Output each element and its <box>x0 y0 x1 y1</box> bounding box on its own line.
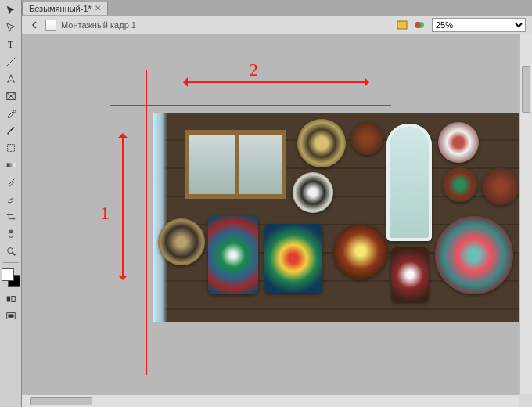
image-plate <box>438 122 479 163</box>
toolbox-divider <box>3 262 19 263</box>
scrollbar-thumb[interactable] <box>522 66 530 113</box>
breadcrumb: Монтажный кадр 1 <box>61 20 396 30</box>
zoom-tool[interactable] <box>2 243 20 259</box>
eyedropper-tool[interactable] <box>2 175 20 190</box>
horizontal-guide <box>110 105 391 106</box>
direct-selection-tool[interactable] <box>2 20 20 35</box>
image-plate <box>297 119 346 167</box>
image-plate <box>443 167 477 202</box>
back-icon[interactable] <box>28 19 41 31</box>
rectangle-frame-tool[interactable] <box>2 88 20 104</box>
free-transform-tool[interactable] <box>2 140 20 156</box>
toolbox: T <box>0 0 22 407</box>
brush-tool[interactable] <box>2 123 20 139</box>
hand-tool[interactable] <box>2 226 20 242</box>
horizontal-dimension-arrow <box>186 81 366 83</box>
document-tab-bar: Безымянный-1* ✕ <box>22 0 532 16</box>
annotation-label-2: 2 <box>249 59 258 81</box>
type-tool[interactable]: T <box>2 37 20 52</box>
image-edge <box>153 113 167 322</box>
vertical-scrollbar[interactable] <box>519 34 532 394</box>
mode-toggle-icon[interactable] <box>2 291 20 307</box>
document-tab[interactable]: Безымянный-1* ✕ <box>22 2 108 15</box>
svg-rect-12 <box>8 314 13 317</box>
page-icon <box>45 20 56 31</box>
image-rect-plate <box>264 224 322 293</box>
image-plate <box>350 122 383 155</box>
image-window <box>185 130 286 199</box>
crop-tool[interactable] <box>2 209 20 225</box>
tab-title: Безымянный-1* <box>29 4 92 13</box>
vertical-guide <box>146 70 147 375</box>
svg-line-8 <box>12 253 15 256</box>
scroll-corner <box>519 394 532 407</box>
canvas-header: Монтажный кадр 1 25% <box>22 16 532 34</box>
annotation-label-1: 1 <box>100 203 110 224</box>
image-rect-plate <box>208 216 258 294</box>
image-arch-plate <box>386 124 432 241</box>
smudge-tool[interactable] <box>2 192 20 207</box>
svg-point-15 <box>418 22 424 28</box>
header-icons <box>396 19 426 31</box>
canvas-area: 1 2 <box>22 34 532 407</box>
svg-rect-10 <box>11 297 14 302</box>
color-swatches[interactable] <box>2 268 20 287</box>
image-plate <box>158 218 205 265</box>
svg-point-7 <box>7 248 13 254</box>
close-icon[interactable]: ✕ <box>95 4 101 13</box>
image-plate <box>293 172 333 213</box>
svg-rect-13 <box>397 21 407 29</box>
image-plate <box>482 167 519 205</box>
foreground-swatch[interactable] <box>2 268 14 281</box>
pen-tool[interactable] <box>2 71 20 87</box>
svg-rect-9 <box>6 297 9 302</box>
svg-rect-6 <box>6 163 15 167</box>
line-tool[interactable] <box>2 54 20 70</box>
preflight-icon[interactable] <box>396 19 408 31</box>
scrollbar-thumb[interactable] <box>30 397 92 405</box>
screen-mode-icon[interactable] <box>2 308 20 324</box>
pencil-tool[interactable] <box>2 106 20 121</box>
gradient-tool[interactable] <box>2 157 20 173</box>
image-rect-plate <box>391 247 429 302</box>
svg-text:T: T <box>7 39 13 50</box>
svg-line-1 <box>6 58 15 67</box>
color-settings-icon[interactable] <box>413 19 426 31</box>
image-plate <box>333 224 388 279</box>
image-plate <box>435 216 513 294</box>
horizontal-scrollbar[interactable] <box>22 394 519 407</box>
document-canvas[interactable] <box>153 113 519 322</box>
svg-rect-5 <box>7 145 14 152</box>
selection-tool[interactable] <box>2 2 20 18</box>
zoom-select[interactable]: 25% <box>432 18 526 32</box>
vertical-dimension-arrow <box>122 136 124 277</box>
